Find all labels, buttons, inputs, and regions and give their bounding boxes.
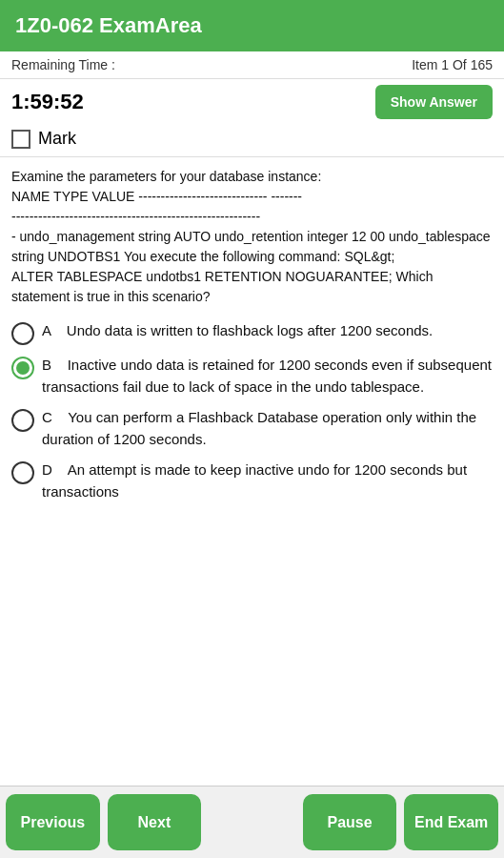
question-area: Examine the parameters for your database… [0, 157, 504, 786]
previous-button[interactable]: Previous [6, 794, 100, 850]
app-title: 1Z0-062 ExamArea [15, 13, 202, 38]
option-b-row[interactable]: B Inactive undo data is retained for 120… [11, 355, 493, 398]
pause-button[interactable]: Pause [303, 794, 397, 850]
show-answer-button[interactable]: Show Answer [375, 85, 493, 119]
option-c-text: C You can perform a Flashback Database o… [42, 407, 493, 450]
option-d-radio[interactable] [11, 461, 34, 484]
option-b-radio[interactable] [11, 357, 34, 379]
info-bar: Remaining Time : Item 1 Of 165 [0, 51, 504, 79]
option-d-row[interactable]: D An attempt is made to keep inactive un… [11, 460, 493, 502]
mark-label[interactable]: Mark [38, 129, 76, 149]
option-d-text: D An attempt is made to keep inactive un… [42, 460, 493, 502]
remaining-time-label: Remaining Time : [11, 57, 115, 72]
option-a-row[interactable]: A Undo data is written to flashback logs… [11, 320, 493, 345]
end-exam-button[interactable]: End Exam [404, 794, 498, 850]
mark-row: Mark [0, 125, 504, 157]
footer-spacer [205, 786, 299, 858]
item-counter: Item 1 Of 165 [412, 57, 493, 72]
timer-row: 1:59:52 Show Answer [0, 79, 504, 125]
app-header: 1Z0-062 ExamArea [0, 0, 504, 51]
option-a-radio[interactable] [11, 322, 34, 345]
mark-checkbox[interactable] [11, 130, 30, 149]
option-b-text: B Inactive undo data is retained for 120… [42, 355, 493, 398]
footer-nav: Previous Next Pause End Exam [0, 786, 504, 858]
question-text: Examine the parameters for your database… [11, 167, 493, 307]
option-c-radio[interactable] [11, 409, 34, 432]
next-button[interactable]: Next [108, 794, 202, 850]
option-c-row[interactable]: C You can perform a Flashback Database o… [11, 407, 493, 450]
countdown-timer: 1:59:52 [11, 90, 84, 114]
option-a-text: A Undo data is written to flashback logs… [42, 320, 493, 342]
